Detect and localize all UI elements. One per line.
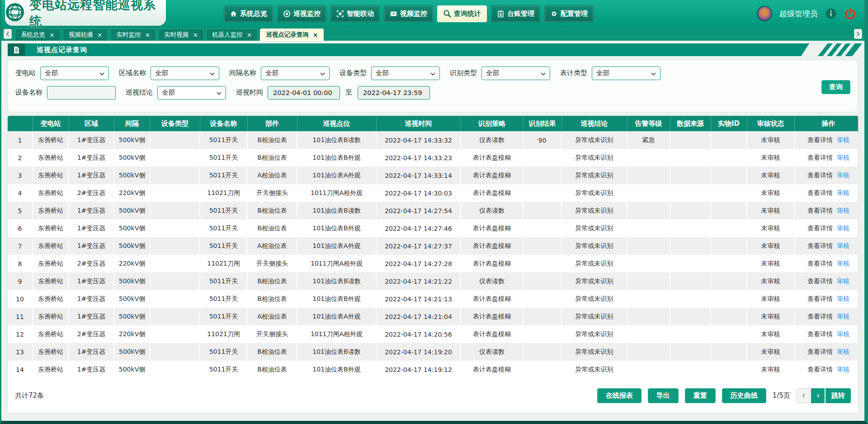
cell-point: 1011刀闸A相外观 bbox=[297, 184, 376, 202]
cell-point: 101油位表A外观 bbox=[297, 308, 376, 325]
device-name-input[interactable] bbox=[47, 86, 116, 100]
view-detail-link[interactable]: 查看详情 bbox=[807, 189, 833, 196]
time-from-input[interactable]: 2022-04-01 00:00 bbox=[268, 86, 340, 100]
tab-realtime-video[interactable]: 实时视频× bbox=[158, 29, 204, 41]
view-detail-link[interactable]: 查看详情 bbox=[807, 172, 833, 179]
audit-link[interactable]: 审核 bbox=[837, 366, 849, 373]
column-header-device-type: 设备类型 bbox=[150, 116, 200, 131]
meter-type-select[interactable]: 全部 bbox=[592, 67, 660, 80]
cell-part: B相油位表 bbox=[247, 272, 297, 290]
tab-inspection-record-query[interactable]: 巡视点记录查询× bbox=[260, 29, 324, 41]
query-button[interactable]: 查询 bbox=[821, 80, 850, 94]
total-count: 共计72条 bbox=[15, 391, 44, 400]
jump-button[interactable]: 跳转 bbox=[826, 388, 851, 403]
info-icon[interactable] bbox=[825, 8, 837, 19]
recognition-type-select[interactable]: 全部 bbox=[481, 67, 550, 80]
view-detail-link[interactable]: 查看详情 bbox=[807, 154, 833, 161]
logout-power-icon[interactable] bbox=[844, 8, 856, 20]
view-detail-link[interactable]: 查看详情 bbox=[807, 348, 833, 355]
cell-result bbox=[523, 149, 561, 167]
cell-device-type bbox=[150, 149, 200, 167]
nav-smart-linkage[interactable]: 智能联动 bbox=[330, 5, 380, 22]
export-button[interactable]: 导出 bbox=[648, 388, 679, 403]
audit-link[interactable]: 审核 bbox=[837, 313, 849, 320]
view-detail-link[interactable]: 查看详情 bbox=[807, 207, 833, 214]
pager-prev-button[interactable] bbox=[797, 388, 810, 403]
reset-button[interactable]: 重置 bbox=[685, 388, 716, 403]
time-to-input[interactable]: 2022-04-17 23:59 bbox=[358, 86, 430, 100]
cell-physical-id bbox=[711, 255, 747, 272]
pager-next-button[interactable] bbox=[811, 388, 825, 403]
audit-link[interactable]: 审核 bbox=[837, 172, 849, 179]
close-icon[interactable]: × bbox=[193, 32, 198, 38]
main-nav: 系统总览 巡视监控 智能联动 视频监控 查询统计 台账管理 bbox=[224, 5, 594, 22]
tab-realtime-monitor[interactable]: 实时监控× bbox=[110, 29, 156, 41]
cell-device-type bbox=[150, 202, 200, 219]
view-detail-link[interactable]: 查看详情 bbox=[807, 295, 833, 302]
view-detail-link[interactable]: 查看详情 bbox=[807, 260, 833, 267]
cell-audit-status: 未审核 bbox=[747, 343, 794, 361]
audit-link[interactable]: 审核 bbox=[837, 154, 849, 161]
view-detail-link[interactable]: 查看详情 bbox=[807, 277, 833, 285]
cell-data-source bbox=[670, 237, 711, 255]
audit-link[interactable]: 审核 bbox=[837, 136, 849, 143]
history-curve-button[interactable]: 历史曲线 bbox=[722, 388, 766, 403]
tab-video-carousel[interactable]: 视频轮播× bbox=[63, 29, 108, 41]
close-icon[interactable]: × bbox=[145, 32, 150, 38]
close-icon[interactable]: × bbox=[97, 32, 103, 38]
online-report-button[interactable]: 在线报表 bbox=[597, 388, 642, 403]
cell-result bbox=[523, 202, 561, 219]
nav-ledger-management[interactable]: 台账管理 bbox=[491, 5, 540, 22]
cell-part: B相油位表 bbox=[247, 219, 297, 237]
cell-bay: 500kV侧 bbox=[114, 290, 150, 308]
audit-link[interactable]: 审核 bbox=[837, 189, 849, 196]
audit-link[interactable]: 审核 bbox=[837, 330, 849, 338]
cell-time: 2022-04-17 14:33:14 bbox=[376, 167, 461, 184]
close-icon[interactable]: × bbox=[49, 32, 55, 38]
nav-inspection-monitor[interactable]: 巡视监控 bbox=[277, 5, 326, 22]
audit-link[interactable]: 审核 bbox=[837, 207, 849, 214]
view-detail-link[interactable]: 查看详情 bbox=[807, 242, 833, 249]
cell-time: 2022-04-17 14:21:13 bbox=[376, 290, 461, 308]
station-select[interactable]: 全部 bbox=[40, 67, 109, 80]
view-detail-link[interactable]: 查看详情 bbox=[807, 313, 833, 320]
cell-data-source bbox=[670, 343, 711, 361]
tab-scroll-left[interactable] bbox=[4, 29, 12, 39]
close-icon[interactable]: × bbox=[313, 32, 318, 38]
audit-link[interactable]: 审核 bbox=[837, 224, 849, 232]
area-select[interactable]: 全部 bbox=[151, 67, 219, 80]
audit-link[interactable]: 审核 bbox=[837, 348, 849, 355]
avatar[interactable] bbox=[757, 6, 772, 21]
cell-result bbox=[523, 184, 561, 202]
cell-physical-id bbox=[711, 290, 747, 308]
cell-area: 1#变压器 bbox=[69, 343, 114, 361]
tab-robot-monitor[interactable]: 机器人监控× bbox=[206, 29, 258, 41]
device-type-select[interactable]: 全部 bbox=[371, 67, 440, 80]
cell-result bbox=[523, 219, 561, 237]
cell-physical-id bbox=[711, 184, 747, 202]
bay-select[interactable]: 全部 bbox=[261, 67, 330, 80]
audit-link[interactable]: 审核 bbox=[837, 295, 849, 302]
nav-system-overview[interactable]: 系统总览 bbox=[224, 5, 273, 22]
nav-query-stats[interactable]: 查询统计 bbox=[437, 5, 487, 22]
conclusion-select[interactable]: 全部 bbox=[157, 86, 226, 100]
tab-scroll-right[interactable] bbox=[854, 29, 862, 39]
close-icon[interactable]: × bbox=[246, 32, 252, 38]
audit-link[interactable]: 审核 bbox=[837, 242, 849, 249]
app-title: 变电站远程智能巡视系统 bbox=[29, 0, 166, 29]
cell-device-type bbox=[150, 361, 200, 378]
nav-config-management[interactable]: 配置管理 bbox=[544, 5, 594, 22]
cell-strategy: 表计表盘模糊 bbox=[461, 361, 523, 378]
view-detail-link[interactable]: 查看详情 bbox=[807, 136, 833, 143]
nav-video-monitor[interactable]: 视频监控 bbox=[384, 5, 433, 22]
view-detail-link[interactable]: 查看详情 bbox=[807, 366, 833, 373]
table-row: 13东善桥站1#变压器500kV侧5011开关B相油位表101油位表B读数202… bbox=[8, 343, 858, 361]
view-detail-link[interactable]: 查看详情 bbox=[807, 330, 833, 338]
audit-link[interactable]: 审核 bbox=[837, 260, 849, 267]
view-detail-link[interactable]: 查看详情 bbox=[807, 224, 833, 232]
cell-result bbox=[523, 167, 561, 184]
cell-data-source bbox=[670, 184, 711, 202]
cell-actions: 查看详情审核 bbox=[794, 308, 858, 325]
audit-link[interactable]: 审核 bbox=[837, 277, 849, 285]
tab-system-overview[interactable]: 系统总览× bbox=[15, 29, 61, 41]
